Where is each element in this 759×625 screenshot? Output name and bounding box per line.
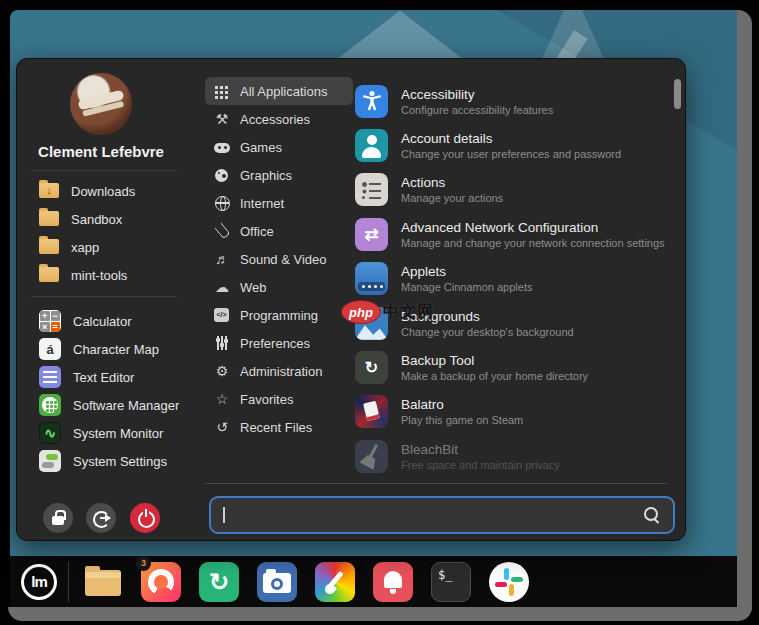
- category-label: Administration: [240, 364, 322, 379]
- category-graphics[interactable]: Graphics: [205, 161, 353, 189]
- sidebar-item-label: Downloads: [71, 184, 135, 199]
- music-icon: ♬: [213, 251, 231, 267]
- sidebar-item-label: Character Map: [73, 342, 159, 357]
- app-title: Backup Tool: [401, 353, 588, 368]
- screenshot-launcher[interactable]: [257, 562, 297, 602]
- sidebar-item-character-map[interactable]: á Character Map: [39, 336, 189, 362]
- paint-launcher[interactable]: [315, 562, 355, 602]
- calculator-icon: +− ×=: [39, 310, 61, 332]
- app-description: Configure accessibility features: [401, 104, 553, 116]
- app-title: Balatro: [401, 397, 523, 412]
- logout-button[interactable]: [86, 503, 116, 533]
- user-name: Clement Lefebvre: [17, 143, 185, 160]
- app-backgrounds[interactable]: Backgrounds Change your desktop's backgr…: [355, 301, 671, 345]
- app-balatro[interactable]: Balatro Play this game on Steam: [355, 390, 671, 434]
- sidebar-item-text-editor[interactable]: Text Editor: [39, 364, 189, 390]
- camera-icon: [271, 578, 283, 590]
- sidebar-separator: [31, 170, 177, 171]
- files-launcher[interactable]: [83, 562, 123, 602]
- sliders-icon: [213, 335, 231, 351]
- sidebar-item-mint-tools[interactable]: mint-tools: [39, 262, 189, 288]
- grid-icon: [213, 83, 231, 99]
- category-games[interactable]: Games: [205, 133, 353, 161]
- taskbar: lm 3 ↻: [10, 556, 737, 607]
- category-label: Games: [240, 140, 282, 155]
- category-accessories[interactable]: ⚒ Accessories: [205, 105, 353, 133]
- sidebar-item-software-manager[interactable]: Software Manager: [39, 392, 189, 418]
- sidebar-item-sandbox[interactable]: Sandbox: [39, 206, 189, 232]
- category-label: Web: [240, 280, 267, 295]
- sidebar-item-xapp[interactable]: xapp: [39, 234, 189, 260]
- globe-icon: [213, 195, 231, 211]
- category-label: Programming: [240, 308, 318, 323]
- sidebar-item-downloads[interactable]: ↓ Downloads: [39, 178, 189, 204]
- notifications-launcher[interactable]: [373, 562, 413, 602]
- folder-icon: [39, 239, 59, 255]
- category-label: Accessories: [240, 112, 310, 127]
- app-title: Applets: [401, 264, 532, 279]
- app-description: Manage Cinnamon applets: [401, 281, 532, 293]
- terminal-launcher[interactable]: $_: [431, 562, 471, 602]
- category-administration[interactable]: ⚙ Administration: [205, 357, 353, 385]
- system-settings-icon: [39, 450, 61, 472]
- gamepad-icon: [213, 139, 231, 155]
- slack-launcher[interactable]: [489, 562, 529, 602]
- sidebar-item-calculator[interactable]: +− ×= Calculator: [39, 308, 189, 334]
- category-internet[interactable]: Internet: [205, 189, 353, 217]
- downloads-folder-icon: ↓: [39, 183, 59, 199]
- search-input[interactable]: [229, 508, 644, 523]
- shutdown-button[interactable]: [130, 503, 160, 533]
- user-avatar[interactable]: [70, 73, 132, 135]
- app-title: Advanced Network Configuration: [401, 220, 665, 235]
- sidebar-item-label: mint-tools: [71, 268, 127, 283]
- category-programming[interactable]: </> Programming: [205, 301, 353, 329]
- mint-menu-panel: Clement Lefebvre ↓ Downloads Sandbox xap…: [16, 58, 686, 541]
- sidebar-item-label: Sandbox: [71, 212, 122, 227]
- app-advanced-network-configuration[interactable]: ⇄ Advanced Network Configuration Manage …: [355, 212, 671, 256]
- sync-launcher[interactable]: ↻: [199, 562, 239, 602]
- balatro-icon: [355, 395, 388, 428]
- firefox-launcher[interactable]: 3: [141, 562, 181, 602]
- sidebar-item-label: Calculator: [73, 314, 132, 329]
- category-favorites[interactable]: ☆ Favorites: [205, 385, 353, 413]
- category-office[interactable]: Office: [205, 217, 353, 245]
- app-title: Account details: [401, 131, 621, 146]
- app-bleachbit[interactable]: BleachBit Free space and maintain privac…: [355, 434, 671, 478]
- app-description: Change your desktop's background: [401, 326, 574, 338]
- search-icon: [643, 506, 661, 524]
- app-list-scrollbar[interactable]: [674, 79, 681, 109]
- app-accessibility[interactable]: Accessibility Configure accessibility fe…: [355, 79, 671, 123]
- folder-icon: [39, 267, 59, 283]
- category-preferences[interactable]: Preferences: [205, 329, 353, 357]
- app-backup-tool[interactable]: ↻ Backup Tool Make a backup of your home…: [355, 345, 671, 389]
- app-account-details[interactable]: Account details Change your user prefere…: [355, 123, 671, 167]
- slack-icon: [509, 584, 514, 596]
- app-title: Actions: [401, 175, 503, 190]
- category-web[interactable]: ☁ Web: [205, 273, 353, 301]
- slack-icon: [495, 582, 507, 587]
- app-title: Accessibility: [401, 87, 553, 102]
- sidebar-item-system-settings[interactable]: System Settings: [39, 448, 189, 474]
- window-frame-edge: [8, 607, 752, 621]
- sidebar-separator: [31, 296, 177, 297]
- search-box[interactable]: [209, 496, 675, 534]
- category-label: Internet: [240, 196, 284, 211]
- paperclip-icon: [213, 223, 231, 239]
- sidebar-item-system-monitor[interactable]: ∿ System Monitor: [39, 420, 189, 446]
- app-actions[interactable]: Actions Manage your actions: [355, 168, 671, 212]
- app-description: Make a backup of your home directory: [401, 370, 588, 382]
- sidebar-item-label: System Settings: [73, 454, 167, 469]
- network-icon: ⇄: [355, 218, 388, 251]
- account-icon: [355, 129, 388, 162]
- category-all-applications[interactable]: All Applications: [205, 77, 353, 105]
- category-recent-files[interactable]: ↺ Recent Files: [205, 413, 353, 441]
- app-description: Free space and maintain privacy: [401, 459, 560, 471]
- app-description: Change your user preferences and passwor…: [401, 148, 621, 160]
- app-applets[interactable]: Applets Manage Cinnamon applets: [355, 257, 671, 301]
- lock-screen-button[interactable]: [43, 503, 73, 533]
- folder-icon: [85, 572, 121, 578]
- palette-icon: [213, 167, 231, 183]
- category-sound-video[interactable]: ♬ Sound & Video: [205, 245, 353, 273]
- menu-button[interactable]: lm: [10, 556, 68, 607]
- bleachbit-icon: [355, 440, 388, 473]
